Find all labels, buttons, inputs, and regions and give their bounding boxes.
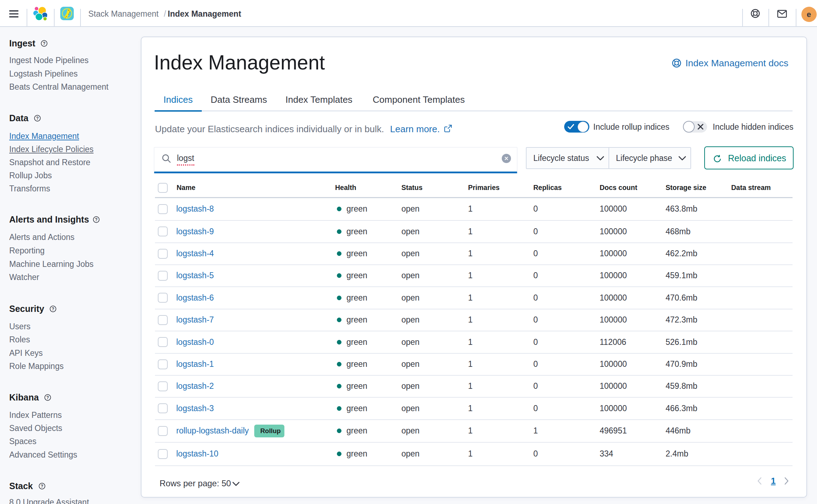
- svg-text:?: ?: [43, 41, 45, 46]
- svg-text:?: ?: [41, 483, 43, 488]
- svg-text:?: ?: [95, 217, 98, 222]
- svg-text:?: ?: [36, 116, 39, 121]
- svg-text:?: ?: [52, 306, 54, 311]
- svg-text:?: ?: [46, 395, 49, 400]
